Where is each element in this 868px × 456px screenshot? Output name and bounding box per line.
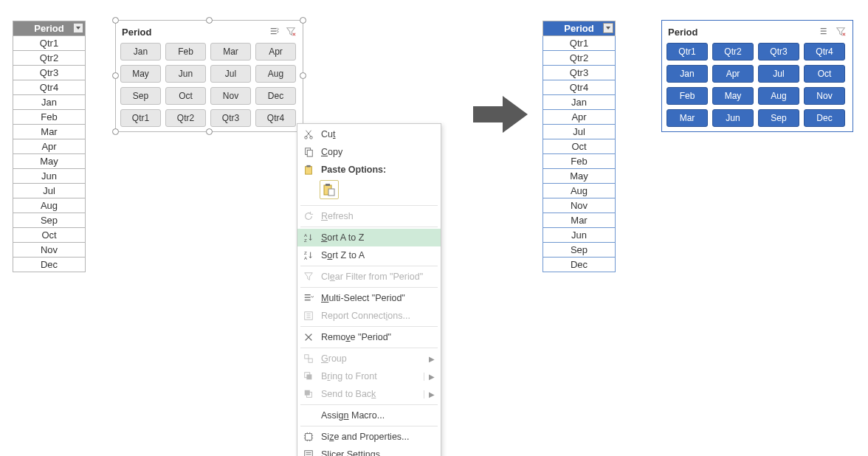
menu-label: Assign Macro... xyxy=(321,410,385,421)
clear-filter-icon xyxy=(302,270,315,283)
resize-handle[interactable] xyxy=(300,17,306,24)
slicer-item[interactable]: Oct xyxy=(804,65,845,83)
slicer-item[interactable]: May xyxy=(712,87,754,105)
menu-send-to-back: Send to Back ▶ xyxy=(297,385,441,403)
menu-multi-select[interactable]: Multi-Select "Period" xyxy=(297,289,441,307)
table-cell: Oct xyxy=(13,228,86,243)
menu-remove[interactable]: Remove "Period" xyxy=(297,328,441,346)
slicer-item[interactable]: Mar xyxy=(210,43,251,61)
slicer-item[interactable]: May xyxy=(120,65,161,83)
slicer-item[interactable]: Qtr4 xyxy=(255,109,296,127)
slicer-item[interactable]: Aug xyxy=(758,87,799,105)
slicer-item[interactable]: Feb xyxy=(165,43,206,61)
slicer-item[interactable]: Dec xyxy=(804,109,845,127)
svg-rect-16 xyxy=(306,374,311,379)
slicer-item[interactable]: Dec xyxy=(255,87,296,105)
resize-handle[interactable] xyxy=(206,17,213,24)
menu-label: Slicer Settings... xyxy=(321,449,388,456)
menu-size-properties[interactable]: Size and Properties... xyxy=(297,428,441,446)
slicer-period-left[interactable]: Period Jan Feb Mar Apr May Jun Jul Aug S… xyxy=(115,20,303,132)
table-cell: Qtr4 xyxy=(543,80,616,95)
slicer-item[interactable]: Qtr4 xyxy=(804,43,845,61)
svg-rect-21 xyxy=(305,451,313,456)
slicer-item[interactable]: Qtr2 xyxy=(165,109,206,127)
svg-rect-18 xyxy=(305,390,310,395)
submenu-arrow-icon: ▶ xyxy=(424,390,435,398)
slicer-item[interactable]: Feb xyxy=(666,87,708,105)
menu-clear-filter: Clear Filter from "Period" xyxy=(297,268,441,286)
menu-separator xyxy=(300,287,438,288)
menu-label: Copy xyxy=(321,147,342,157)
slicer-item[interactable]: Qtr1 xyxy=(120,109,161,127)
slicer-period-right[interactable]: Period Qtr1 Qtr2 Qtr3 Qtr4 Jan Apr Jul O… xyxy=(661,20,853,132)
table-cell: Dec xyxy=(13,258,86,272)
slicer-item[interactable]: Qtr3 xyxy=(210,109,251,127)
multi-select-icon[interactable] xyxy=(819,26,830,38)
menu-copy[interactable]: Copy xyxy=(297,143,441,161)
slicer-item[interactable]: Jul xyxy=(758,65,799,83)
svg-rect-15 xyxy=(309,359,312,362)
menu-cut[interactable]: Cut xyxy=(297,125,441,143)
svg-rect-8 xyxy=(328,189,334,196)
resize-handle[interactable] xyxy=(300,72,306,79)
slicer-item[interactable]: Jan xyxy=(120,43,161,61)
slicer-item[interactable]: Sep xyxy=(758,109,799,127)
slicer-item[interactable]: Qtr3 xyxy=(758,43,799,61)
multi-select-icon[interactable] xyxy=(269,26,280,38)
svg-rect-3 xyxy=(307,150,312,156)
slicer-item[interactable]: Jun xyxy=(712,109,754,127)
slicer-item[interactable]: Apr xyxy=(712,65,754,83)
table-period-right: Period Qtr1 Qtr2 Qtr3 Qtr4 Jan Apr Jul O… xyxy=(542,21,616,272)
resize-handle[interactable] xyxy=(112,128,119,135)
menu-label: Size and Properties... xyxy=(321,432,410,442)
resize-handle[interactable] xyxy=(112,17,119,24)
clear-filter-icon[interactable] xyxy=(285,26,297,38)
slicer-item[interactable]: Jul xyxy=(210,65,251,83)
send-back-icon xyxy=(302,387,315,401)
svg-text:Z: Z xyxy=(304,238,307,243)
clear-filter-icon[interactable] xyxy=(835,26,847,38)
slicer-settings-icon xyxy=(302,448,315,456)
paste-option-button[interactable] xyxy=(320,180,339,199)
menu-separator xyxy=(300,266,438,266)
table-cell: Sep xyxy=(13,213,86,228)
paste-icon xyxy=(302,163,315,176)
slicer-item[interactable]: Jun xyxy=(165,65,206,83)
menu-sort-az[interactable]: AZ Sort A to Z xyxy=(297,229,441,246)
column-header-period[interactable]: Period xyxy=(543,21,616,36)
resize-handle[interactable] xyxy=(112,72,119,79)
menu-sort-za[interactable]: ZA Sort Z to A xyxy=(297,246,441,264)
table-cell: Qtr2 xyxy=(543,51,616,66)
table-cell: Qtr3 xyxy=(543,66,616,80)
table-cell: May xyxy=(13,154,86,169)
dropdown-icon[interactable] xyxy=(603,23,613,33)
arrow-right-icon xyxy=(473,96,528,133)
resize-handle[interactable] xyxy=(206,128,213,135)
svg-rect-7 xyxy=(326,184,330,186)
slicer-item[interactable]: Sep xyxy=(120,87,161,105)
slicer-item[interactable]: Mar xyxy=(666,109,708,127)
svg-text:A: A xyxy=(304,232,308,238)
table-cell: Jan xyxy=(13,95,86,110)
svg-rect-4 xyxy=(306,167,312,175)
slicer-item[interactable]: Jan xyxy=(666,65,708,83)
dropdown-icon[interactable] xyxy=(73,23,83,33)
column-header-period[interactable]: Period xyxy=(13,21,86,36)
table-cell: Qtr3 xyxy=(13,66,86,80)
slicer-item[interactable]: Apr xyxy=(255,43,296,61)
menu-separator xyxy=(300,426,438,426)
table-cell: Nov xyxy=(13,243,86,258)
table-cell: Feb xyxy=(543,154,616,169)
slicer-item[interactable]: Nov xyxy=(210,87,251,105)
slicer-item[interactable]: Aug xyxy=(255,65,296,83)
menu-group: Group ▶ xyxy=(297,350,441,367)
slicer-item[interactable]: Nov xyxy=(804,87,845,105)
slicer-item[interactable]: Qtr1 xyxy=(666,43,708,61)
slicer-item[interactable]: Qtr2 xyxy=(712,43,754,61)
slicer-item[interactable]: Oct xyxy=(165,87,206,105)
header-label: Period xyxy=(564,23,593,34)
menu-slicer-settings[interactable]: Slicer Settings... xyxy=(297,446,441,456)
svg-rect-14 xyxy=(305,355,309,359)
group-icon xyxy=(302,352,315,365)
menu-assign-macro[interactable]: Assign Macro... xyxy=(297,407,441,424)
